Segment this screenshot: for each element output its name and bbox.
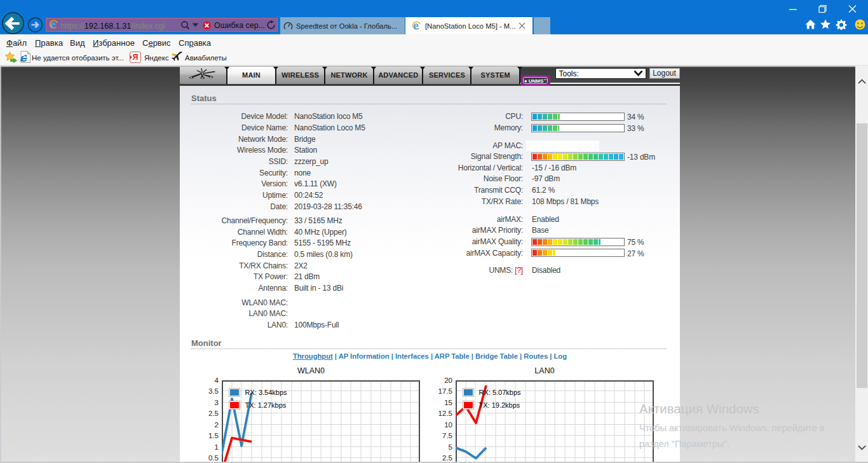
svg-text:Я: Я xyxy=(133,53,139,62)
svg-text:e: e xyxy=(50,19,55,30)
svg-text:e: e xyxy=(413,20,418,31)
